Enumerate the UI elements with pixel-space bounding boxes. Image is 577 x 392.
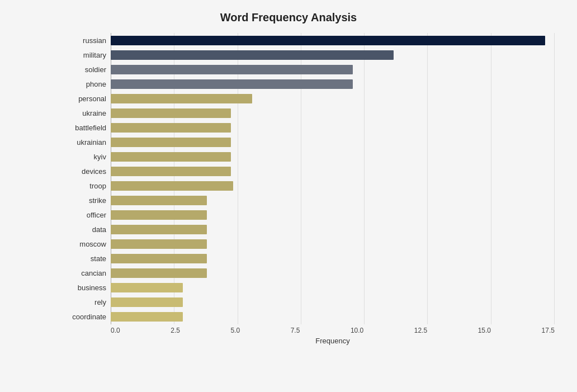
bar-row (111, 121, 555, 134)
y-label-cancian: cancian (56, 266, 106, 281)
bar-cancian (111, 268, 207, 278)
bar-row (111, 180, 555, 192)
x-tick-labels: 0.02.55.07.510.012.515.017.5 (111, 327, 555, 334)
x-tick: 10.0 (351, 327, 363, 334)
bar-row (111, 209, 555, 221)
x-tick: 0.0 (111, 327, 120, 334)
x-tick: 7.5 (291, 327, 300, 334)
bar-row (111, 78, 555, 90)
bar-row (111, 63, 555, 75)
bar-business (111, 283, 183, 292)
y-label-personal: personal (56, 91, 106, 106)
bar-troop (111, 181, 233, 191)
chart-title: Word Frequency Analysis (22, 11, 555, 24)
y-label-troop: troop (56, 178, 106, 193)
y-label-phone: phone (56, 77, 106, 91)
bar-ukraine (111, 108, 231, 118)
bar-row (111, 92, 555, 105)
y-label-devices: devices (56, 164, 106, 178)
bar-row (111, 238, 555, 251)
bar-military (111, 50, 394, 60)
bar-russian (111, 36, 545, 45)
x-tick: 12.5 (414, 327, 427, 334)
bar-kyiv (111, 152, 231, 162)
bar-strike (111, 196, 207, 205)
y-label-soldier: soldier (56, 62, 106, 77)
y-label-rely: rely (56, 295, 106, 310)
bar-row (111, 107, 555, 119)
bar-row (111, 224, 555, 236)
y-label-battlefield: battlefield (56, 120, 106, 135)
bar-row (111, 195, 555, 207)
bar-ukrainian (111, 138, 231, 147)
x-tick: 17.5 (542, 327, 555, 334)
y-label-kyiv: kyiv (56, 149, 106, 164)
chart-plot-area (111, 33, 555, 324)
bar-moscow (111, 239, 207, 249)
bar-data (111, 225, 207, 234)
y-axis-labels: russianmilitarysoldierphonepersonalukrai… (56, 33, 106, 324)
y-label-coordinate: coordinate (56, 310, 106, 324)
bar-personal (111, 94, 252, 103)
bar-row (111, 150, 555, 163)
bar-row (111, 49, 555, 61)
bar-row (111, 34, 555, 46)
bar-battlefield (111, 123, 231, 133)
bar-row (111, 282, 555, 294)
y-label-data: data (56, 223, 106, 237)
y-label-state: state (56, 252, 106, 266)
bar-row (111, 296, 555, 309)
bar-officer (111, 210, 207, 220)
bar-phone (111, 79, 353, 89)
bar-row (111, 267, 555, 280)
bar-row (111, 253, 555, 265)
bar-coordinate (111, 312, 183, 322)
bar-soldier (111, 65, 353, 74)
y-label-strike: strike (56, 193, 106, 208)
bar-devices (111, 167, 231, 176)
x-tick: 2.5 (171, 327, 180, 334)
y-label-military: military (56, 48, 106, 62)
chart-container: Word Frequency Analysis russianmilitarys… (0, 0, 577, 392)
bar-rely (111, 297, 183, 307)
y-label-officer: officer (56, 208, 106, 223)
x-axis: 0.02.55.07.510.012.515.017.5 Frequency (56, 327, 555, 345)
x-axis-title: Frequency (111, 337, 555, 345)
y-label-russian: russian (56, 33, 106, 48)
bar-row (111, 136, 555, 148)
bar-row (111, 311, 555, 323)
x-tick: 15.0 (478, 327, 491, 334)
y-label-ukrainian: ukrainian (56, 135, 106, 149)
bar-row (111, 165, 555, 177)
y-label-ukraine: ukraine (56, 106, 106, 120)
bar-state (111, 254, 207, 263)
x-tick: 5.0 (230, 327, 240, 334)
y-label-business: business (56, 281, 106, 295)
y-label-moscow: moscow (56, 237, 106, 252)
bars-wrapper (111, 33, 555, 324)
